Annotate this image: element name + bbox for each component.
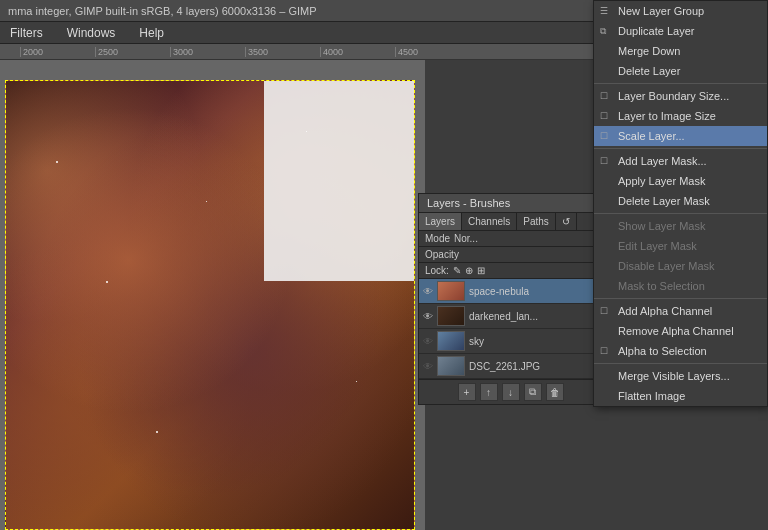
menu-label-alpha-to-selection: Alpha to Selection (618, 345, 707, 357)
context-menu-item-remove-alpha-channel[interactable]: Remove Alpha Channel (594, 321, 767, 341)
context-menu-item-add-layer-mask[interactable]: ☐Add Layer Mask... (594, 151, 767, 171)
menu-label-new-layer-group: New Layer Group (618, 5, 704, 17)
tab-channels[interactable]: Channels (462, 213, 517, 230)
menu-label-mask-to-selection: Mask to Selection (618, 280, 705, 292)
layer-item-1[interactable]: 👁 darkened_lan... (419, 304, 602, 329)
menu-separator-16 (594, 363, 767, 364)
mode-row: Mode Nor... (419, 231, 602, 247)
menu-label-remove-alpha-channel: Remove Alpha Channel (618, 325, 734, 337)
context-menu-item-scale-layer[interactable]: ☐Scale Layer... (594, 126, 767, 146)
layer-name-1: darkened_lan... (469, 311, 538, 322)
ruler-mark-5: 4500 (395, 47, 470, 57)
visibility-icon-3[interactable]: 👁 (423, 361, 433, 372)
raise-layer-button[interactable]: ↑ (480, 383, 498, 401)
ruler-mark-4: 4000 (320, 47, 395, 57)
menu-label-show-layer-mask: Show Layer Mask (618, 220, 705, 232)
menu-label-add-alpha-channel: Add Alpha Channel (618, 305, 712, 317)
mode-label: Mode (425, 233, 450, 244)
menu-separator-6 (594, 148, 767, 149)
menu-icon-duplicate-layer: ⧉ (600, 26, 606, 37)
visibility-icon-1[interactable]: 👁 (423, 311, 433, 322)
menu-label-duplicate-layer: Duplicate Layer (618, 25, 694, 37)
lock-move-icon[interactable]: ⊕ (465, 265, 473, 276)
menu-icon-add-alpha-channel: ☐ (600, 306, 608, 316)
menu-help[interactable]: Help (133, 24, 170, 42)
menu-filters[interactable]: Filters (4, 24, 49, 42)
opacity-label: Opacity (425, 249, 459, 260)
layer-item-2[interactable]: 👁 sky (419, 329, 602, 354)
layer-item-3[interactable]: 👁 DSC_2261.JPG (419, 354, 602, 379)
context-menu-item-layer-to-image-size[interactable]: ☐Layer to Image Size (594, 106, 767, 126)
lock-label: Lock: (425, 265, 449, 276)
menu-icon-scale-layer: ☐ (600, 131, 608, 141)
menu-separator-9 (594, 213, 767, 214)
context-menu-item-merge-visible-layers[interactable]: Merge Visible Layers... (594, 366, 767, 386)
star (56, 161, 58, 163)
context-menu-item-mask-to-selection: Mask to Selection (594, 276, 767, 296)
menu-label-edit-layer-mask: Edit Layer Mask (618, 240, 697, 252)
context-menu-item-disable-layer-mask: Disable Layer Mask (594, 256, 767, 276)
context-menu-item-apply-layer-mask[interactable]: Apply Layer Mask (594, 171, 767, 191)
context-menu: ☰New Layer Group⧉Duplicate LayerMerge Do… (593, 0, 768, 407)
context-menu-item-delete-layer[interactable]: Delete Layer (594, 61, 767, 81)
menu-separator-13 (594, 298, 767, 299)
visibility-icon-0[interactable]: 👁 (423, 286, 433, 297)
context-menu-item-merge-down[interactable]: Merge Down (594, 41, 767, 61)
lock-alpha-icon[interactable]: ⊞ (477, 265, 485, 276)
ruler-mark-2: 3000 (170, 47, 245, 57)
context-menu-item-flatten-image[interactable]: Flatten Image (594, 386, 767, 406)
lower-layer-button[interactable]: ↓ (502, 383, 520, 401)
delete-layer-button[interactable]: 🗑 (546, 383, 564, 401)
context-menu-item-new-layer-group[interactable]: ☰New Layer Group (594, 1, 767, 21)
new-layer-button[interactable]: + (458, 383, 476, 401)
menu-icon-layer-boundary-size: ☐ (600, 91, 608, 101)
visibility-icon-2[interactable]: 👁 (423, 336, 433, 347)
layer-item-0[interactable]: 👁 space-nebula (419, 279, 602, 304)
layers-tabs: Layers Channels Paths ↺ (419, 213, 602, 231)
layers-bottom-toolbar: + ↑ ↓ ⧉ 🗑 (419, 379, 602, 404)
title-text: mma integer, GIMP built-in sRGB, 4 layer… (8, 5, 317, 17)
tab-layers[interactable]: Layers (419, 213, 462, 230)
star (356, 381, 357, 382)
star (306, 131, 307, 132)
layer-name-2: sky (469, 336, 484, 347)
context-menu-item-edit-layer-mask: Edit Layer Mask (594, 236, 767, 256)
menu-label-disable-layer-mask: Disable Layer Mask (618, 260, 715, 272)
white-area (264, 81, 414, 281)
context-menu-item-layer-boundary-size[interactable]: ☐Layer Boundary Size... (594, 86, 767, 106)
lock-pixels-icon[interactable]: ✎ (453, 265, 461, 276)
layer-name-0: space-nebula (469, 286, 529, 297)
nebula-background (6, 81, 414, 529)
duplicate-layer-button[interactable]: ⧉ (524, 383, 542, 401)
star (206, 201, 207, 202)
menu-label-delete-layer: Delete Layer (618, 65, 680, 77)
layer-thumb-1 (437, 306, 465, 326)
star (106, 281, 108, 283)
opacity-row: Opacity (419, 247, 602, 263)
menu-label-layer-to-image-size: Layer to Image Size (618, 110, 716, 122)
menu-icon-add-layer-mask: ☐ (600, 156, 608, 166)
star (156, 431, 158, 433)
tab-refresh[interactable]: ↺ (556, 213, 577, 230)
tab-paths[interactable]: Paths (517, 213, 556, 230)
menu-label-apply-layer-mask: Apply Layer Mask (618, 175, 705, 187)
mode-value[interactable]: Nor... (454, 233, 478, 244)
menu-windows[interactable]: Windows (61, 24, 122, 42)
ruler-mark-3: 3500 (245, 47, 320, 57)
menu-separator-3 (594, 83, 767, 84)
layer-thumb-2 (437, 331, 465, 351)
context-menu-item-add-alpha-channel[interactable]: ☐Add Alpha Channel (594, 301, 767, 321)
channels-label: Channels (468, 216, 510, 227)
lock-row: Lock: ✎ ⊕ ⊞ (419, 263, 602, 279)
context-menu-item-duplicate-layer[interactable]: ⧉Duplicate Layer (594, 21, 767, 41)
menu-label-merge-down: Merge Down (618, 45, 680, 57)
layer-thumb-0 (437, 281, 465, 301)
context-menu-item-show-layer-mask: Show Layer Mask (594, 216, 767, 236)
context-menu-item-delete-layer-mask[interactable]: Delete Layer Mask (594, 191, 767, 211)
ruler-mark-1: 2500 (95, 47, 170, 57)
menu-icon-alpha-to-selection: ☐ (600, 346, 608, 356)
menu-label-add-layer-mask: Add Layer Mask... (618, 155, 707, 167)
layers-panel: Layers - Brushes Layers Channels Paths ↺… (418, 193, 603, 405)
canvas-area (0, 60, 425, 530)
context-menu-item-alpha-to-selection[interactable]: ☐Alpha to Selection (594, 341, 767, 361)
